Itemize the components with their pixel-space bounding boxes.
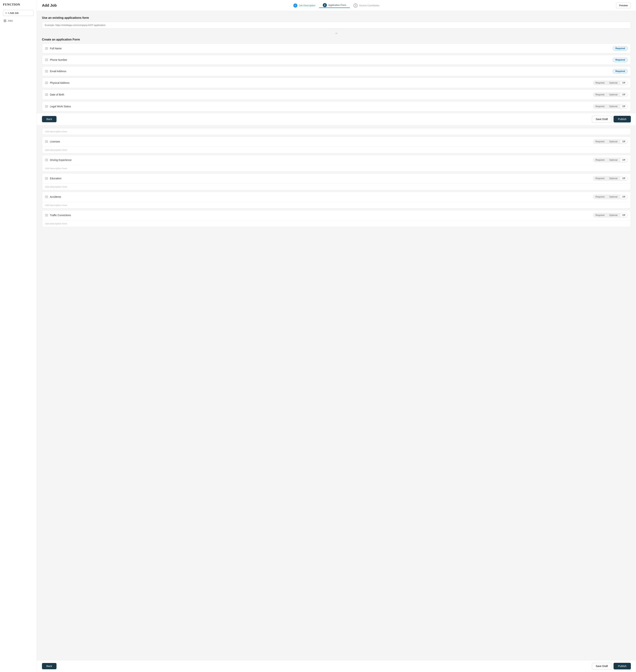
field-left-legal-work-status: Legal Work Status [45,105,71,108]
toggle-off-legal-work-status[interactable]: Off [620,104,627,109]
toggle-optional-accidents[interactable]: Optional [607,195,620,199]
field-left-phone-number: Phone Number [45,58,67,61]
drag-handle-traffic-convictions[interactable] [45,214,48,216]
step-2-label: Application Form [328,4,346,6]
drag-handle-licenses[interactable] [45,140,48,143]
toggle-off-licenses[interactable]: Off [620,139,627,143]
publish-button[interactable]: Publish [614,663,631,669]
toggle-optional-date-of-birth[interactable]: Optional [607,93,620,97]
drag-handle-driving-experience[interactable] [45,159,48,161]
content-area: Use an existing applications form or Cre… [37,11,636,660]
field-card-phone-number: Phone Number Required [42,55,631,65]
description-education[interactable]: Add description here [42,184,631,190]
description-licenses[interactable]: Add description here [42,147,631,153]
field-right-email-address: Required [613,69,628,74]
field-header-date-of-birth: Date of Birth Required Optional Off [42,90,631,100]
save-draft-button-top[interactable]: Save Draft [592,116,612,122]
field-right-physical-address: Required Optional Off [593,80,628,85]
toggle-off-date-of-birth[interactable]: Off [620,93,627,97]
main-area: Add Job ✓ Job Description 2 Application … [37,0,636,672]
existing-form-input[interactable] [42,22,631,28]
toggle-optional-traffic-convictions[interactable]: Optional [607,213,620,217]
save-draft-button[interactable]: Save Draft [592,663,612,669]
publish-button-top[interactable]: Publish [614,116,631,122]
toggle-optional-licenses[interactable]: Optional [607,139,620,143]
toggle-required-traffic-convictions[interactable]: Required [593,213,607,217]
step-3-label: Source Candidates [359,4,379,7]
plus-icon: + [5,12,7,14]
description-traffic-convictions[interactable]: Add description here [42,220,631,227]
sidebar: FUNCTION + + Add Job Jobs [0,0,37,672]
toggle-required-physical-address[interactable]: Required [593,81,607,85]
drag-handle-full-name[interactable] [45,47,48,50]
toggle-required-accidents[interactable]: Required [593,195,607,199]
bottom-bar-top: Back Save Draft Publish [37,113,636,125]
badge-required-full-name: Required [613,46,628,51]
field-label-traffic-convictions: Traffic Convictions [50,214,71,217]
field-left-full-name: Full Name [45,47,62,50]
field-card-traffic-convictions: Traffic Convictions Required Optional Of… [42,210,631,227]
sidebar-item-jobs[interactable]: Jobs [3,18,34,23]
field-left-physical-address: Physical Address [45,81,69,84]
field-header-phone-number: Phone Number Required [42,55,631,65]
field-left-driving-experience: Driving Experience [45,158,72,161]
preview-button[interactable]: Preview [616,3,631,8]
first-extended-description[interactable]: Add description here [42,128,631,135]
field-card-driving-experience: Driving Experience Required Optional Off… [42,155,631,172]
field-card-email-address: Email Address Required [42,66,631,76]
drag-handle-date-of-birth[interactable] [45,94,48,96]
toggle-required-licenses[interactable]: Required [593,139,607,143]
field-header-education: Education Required Optional Off [42,173,631,184]
use-existing-title: Use an existing applications form [42,16,631,20]
drag-handle-email-address[interactable] [45,70,48,72]
back-button-top[interactable]: Back [42,116,57,122]
toggle-required-date-of-birth[interactable]: Required [593,93,607,97]
toggle-optional-physical-address[interactable]: Optional [607,81,620,85]
field-card-date-of-birth: Date of Birth Required Optional Off [42,90,631,100]
drag-handle-phone-number[interactable] [45,59,48,61]
toggle-off-driving-experience[interactable]: Off [620,158,627,162]
field-header-licenses: Licenses Required Optional Off [42,137,631,147]
toggle-off-education[interactable]: Off [620,176,627,180]
step-application-form[interactable]: 2 Application Form [319,3,350,8]
app-layout: FUNCTION + + Add Job Jobs Add Job ✓ Job … [0,0,636,672]
field-card-licenses: Licenses Required Optional Off Add descr… [42,136,631,153]
field-card-first-extended-desc: Add description here [42,128,631,135]
description-accidents[interactable]: Add description here [42,202,631,208]
field-label-full-name: Full Name [50,47,62,50]
description-driving-experience[interactable]: Add description here [42,165,631,172]
toggle-optional-legal-work-status[interactable]: Optional [607,104,620,109]
field-label-education: Education [50,177,61,180]
toggle-driving-experience: Required Optional Off [593,158,628,162]
toggle-accidents: Required Optional Off [593,194,628,199]
field-header-physical-address: Physical Address Required Optional Off [42,78,631,88]
toggle-off-traffic-convictions[interactable]: Off [620,213,627,217]
toggle-date-of-birth: Required Optional Off [593,92,628,97]
step-1-circle: ✓ [293,3,297,7]
toggle-education: Required Optional Off [593,176,628,181]
field-right-accidents: Required Optional Off [593,194,628,199]
step-source-candidates[interactable]: 3 Source Candidates [350,3,383,7]
field-header-driving-experience: Driving Experience Required Optional Off [42,155,631,165]
field-label-physical-address: Physical Address [50,81,69,84]
toggle-off-physical-address[interactable]: Off [620,81,627,85]
toggle-required-driving-experience[interactable]: Required [593,158,607,162]
field-label-driving-experience: Driving Experience [50,158,72,161]
toggle-licenses: Required Optional Off [593,139,628,144]
toggle-required-legal-work-status[interactable]: Required [593,104,607,109]
field-right-phone-number: Required [613,58,628,62]
back-button[interactable]: Back [42,663,57,669]
field-label-date-of-birth: Date of Birth [50,93,64,96]
toggle-optional-driving-experience[interactable]: Optional [607,158,620,162]
right-actions-top: Save Draft Publish [592,116,631,122]
drag-handle-accidents[interactable] [45,196,48,198]
drag-handle-legal-work-status[interactable] [45,105,48,108]
toggle-required-education[interactable]: Required [593,176,607,180]
add-job-button[interactable]: + + Add Job [3,10,34,16]
field-left-traffic-convictions: Traffic Convictions [45,214,71,217]
drag-handle-education[interactable] [45,177,48,179]
toggle-optional-education[interactable]: Optional [607,176,620,180]
page-header: Add Job ✓ Job Description 2 Application … [37,0,636,11]
drag-handle-physical-address[interactable] [45,82,48,84]
toggle-off-accidents[interactable]: Off [620,195,627,199]
